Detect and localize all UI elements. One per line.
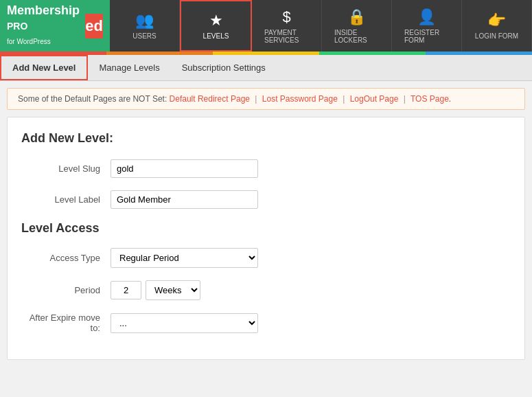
level-label-input[interactable] <box>111 190 258 209</box>
nav-label-register: REGISTER FORM <box>404 29 449 44</box>
lost-password-link[interactable]: Lost Password Page <box>262 94 338 104</box>
access-type-label: Access Type <box>21 253 111 263</box>
add-new-level-title: Add New Level: <box>21 131 511 146</box>
sep3: | <box>404 94 406 104</box>
brand: Membership PRO for WordPress ed <box>0 0 110 52</box>
register-icon: 👤 <box>417 8 436 26</box>
logout-page-link[interactable]: LogOut Page <box>350 94 399 104</box>
warning-prefix: Some of the Default Pages are NOT Set: <box>18 94 167 104</box>
nav-item-levels[interactable]: ★ LEVELS <box>180 0 252 52</box>
level-access-title: Level Access <box>21 221 511 236</box>
login-icon: 👉 <box>487 12 506 30</box>
period-unit-select[interactable]: Days Weeks Months Years <box>146 280 200 300</box>
after-expire-label: After Expire move to: <box>21 313 111 333</box>
main-content: Add New Level: Level Slug Level Label Le… <box>7 117 525 360</box>
sub-nav-manage-levels[interactable]: Manage Levels <box>88 55 170 80</box>
sub-nav: Add New Level Manage Levels Subscription… <box>0 55 532 81</box>
level-slug-row: Level Slug <box>21 159 511 178</box>
period-controls: Days Weeks Months Years <box>111 280 200 300</box>
nav-item-payment-services[interactable]: $ PAYMENT SERVICES <box>252 0 322 52</box>
nav-label-payment: PAYMENT SERVICES <box>264 29 309 44</box>
nav-item-login-form[interactable]: 👉 LOGIN FORM <box>462 0 532 52</box>
nav-label-users: USERS <box>132 32 156 40</box>
top-nav: Membership PRO for WordPress ed 👥 USERS … <box>0 0 532 52</box>
sep1: | <box>255 94 257 104</box>
level-label-row: Level Label <box>21 190 511 209</box>
nav-item-inside-lockers[interactable]: 🔒 INSIDE LOCKERS <box>322 0 392 52</box>
after-expire-select[interactable]: ... <box>111 313 258 333</box>
tos-page-link[interactable]: TOS Page <box>410 94 449 104</box>
nav-items: 👥 USERS ★ LEVELS $ PAYMENT SERVICES 🔒 IN… <box>110 0 532 52</box>
period-label: Period <box>21 285 111 295</box>
brand-title: Membership <box>7 3 80 17</box>
after-expire-row: After Expire move to: ... <box>21 313 511 333</box>
warning-bar: Some of the Default Pages are NOT Set: D… <box>7 88 525 110</box>
users-icon: 👥 <box>135 12 154 30</box>
payment-icon: $ <box>282 8 290 26</box>
level-slug-label: Level Slug <box>21 163 111 174</box>
level-label-label: Level Label <box>21 194 111 205</box>
brand-for-wp: for WordPress <box>7 38 51 45</box>
period-row: Period Days Weeks Months Years <box>21 280 511 300</box>
period-input[interactable] <box>111 281 141 299</box>
sub-nav-add-new-level[interactable]: Add New Level <box>0 55 88 80</box>
access-type-select[interactable]: Regular Period Lifetime Fixed Date <box>111 248 258 268</box>
sub-nav-subscription-settings[interactable]: Subscription Settings <box>171 55 277 80</box>
level-slug-input[interactable] <box>111 159 258 178</box>
levels-icon: ★ <box>209 12 223 30</box>
brand-logo: ed <box>85 14 103 38</box>
sep2: | <box>343 94 345 104</box>
brand-pro: PRO <box>7 21 27 32</box>
nav-label-levels: LEVELS <box>203 32 229 40</box>
nav-item-register-form[interactable]: 👤 REGISTER FORM <box>392 0 462 52</box>
nav-label-lockers: INSIDE LOCKERS <box>334 29 379 44</box>
access-type-row: Access Type Regular Period Lifetime Fixe… <box>21 248 511 268</box>
redirect-page-link[interactable]: Default Redirect Page <box>170 94 250 104</box>
nav-label-login: LOGIN FORM <box>475 32 518 40</box>
nav-item-users[interactable]: 👥 USERS <box>110 0 180 52</box>
locker-icon: 🔒 <box>347 8 366 26</box>
